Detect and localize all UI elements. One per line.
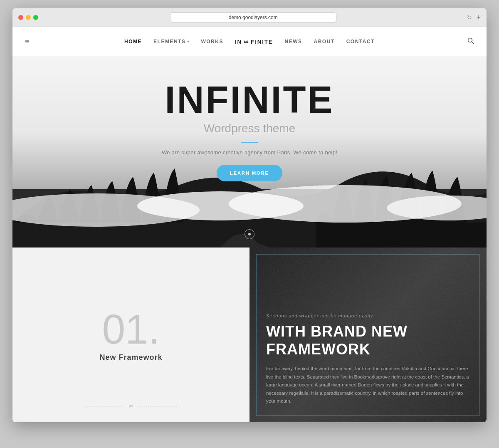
nav-home[interactable]: HOME [124, 39, 142, 45]
hero-content: INFINITE Wordpress theme We are super aw… [162, 81, 337, 181]
nav-line-left [85, 406, 123, 406]
left-panel: 01. New Framework ∞ [12, 248, 250, 422]
right-panel-content: Sections and wrapper can be manage easil… [266, 313, 470, 406]
browser-window: demo.goodlayers.com ↻ + ≡ HOME ELEMENTS … [12, 8, 487, 422]
nav-contact[interactable]: CONTACT [346, 39, 375, 45]
right-panel-body: Far far away, behind the word mountains,… [266, 365, 470, 406]
hamburger-menu[interactable]: ≡ [25, 37, 30, 46]
nav-line-right [139, 406, 177, 406]
logo-infinity: ∞ [244, 38, 249, 45]
logo-text-finite: FINITE [251, 39, 273, 45]
new-tab-button[interactable]: + [476, 13, 481, 22]
panel-title: New Framework [99, 353, 162, 362]
minimize-button[interactable] [26, 15, 31, 20]
svg-line-1 [472, 42, 474, 44]
nav-works[interactable]: WORKS [201, 39, 223, 45]
hero-subtitle: Wordpress theme [162, 122, 337, 135]
nav-news[interactable]: NEWS [284, 39, 302, 45]
website-content: ≡ HOME ELEMENTS ▾ WORKS IN ∞ FINITE NEWS… [12, 27, 487, 422]
right-panel: Sections and wrapper can be manage easil… [250, 248, 487, 422]
panel-navigation[interactable]: ∞ [85, 402, 176, 410]
nav-infinity-symbol: ∞ [128, 402, 133, 410]
search-icon[interactable] [467, 37, 474, 46]
url-bar[interactable]: demo.goodlayers.com [170, 12, 336, 22]
nav-about[interactable]: ABOUT [314, 39, 334, 45]
nav-links: HOME ELEMENTS ▾ WORKS IN ∞ FINITE NEWS A… [124, 38, 375, 45]
browser-chrome: demo.goodlayers.com ↻ + [12, 8, 487, 27]
site-logo[interactable]: IN ∞ FINITE [235, 38, 273, 45]
window-controls [18, 15, 38, 20]
hero-scroll-indicator[interactable] [245, 229, 254, 239]
panel-number: 01. [102, 308, 160, 350]
nav-elements-group: ELEMENTS ▾ [153, 39, 189, 45]
hero-title: INFINITE [162, 81, 337, 119]
learn-more-button[interactable]: LEARN MORE [217, 165, 282, 181]
hero-divider [241, 142, 258, 143]
elements-dropdown-icon: ▾ [187, 40, 189, 44]
hero-section: INFINITE Wordpress theme We are super aw… [12, 56, 487, 248]
nav-elements[interactable]: ELEMENTS [153, 39, 185, 45]
maximize-button[interactable] [33, 15, 38, 20]
right-panel-subtitle: Sections and wrapper can be manage easil… [266, 313, 470, 318]
hero-description: We are super awesome creative agency fro… [162, 149, 337, 156]
indicator-dot [248, 233, 251, 235]
logo-text-in: IN [235, 39, 242, 45]
close-button[interactable] [18, 15, 23, 20]
indicator-circle [245, 229, 254, 239]
navbar: ≡ HOME ELEMENTS ▾ WORKS IN ∞ FINITE NEWS… [12, 27, 487, 56]
right-panel-title: WITH BRAND NEWFRAMEWORK [266, 322, 470, 358]
refresh-icon[interactable]: ↻ [467, 14, 472, 21]
bottom-sections: 01. New Framework ∞ [12, 248, 487, 422]
